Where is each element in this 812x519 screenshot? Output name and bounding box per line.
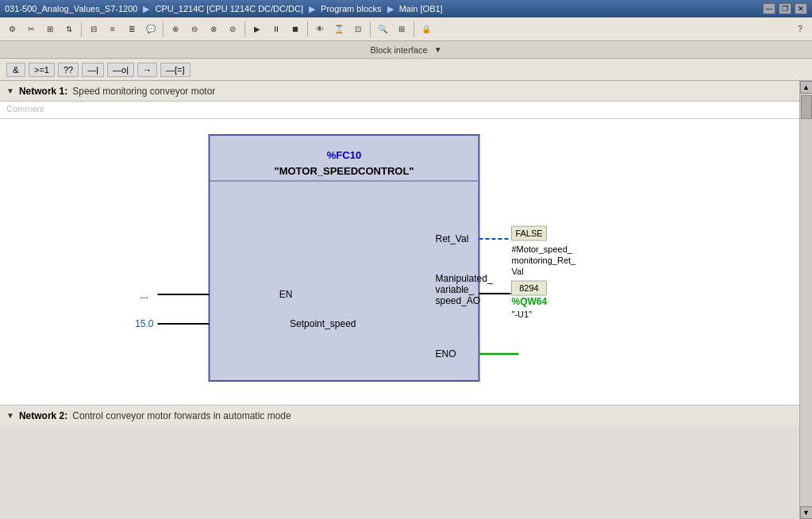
false-badge-text: FALSE xyxy=(515,229,542,238)
toolbar-btn-17[interactable]: ⊞ xyxy=(393,21,410,38)
network1-title: Speed monitoring conveyor motor xyxy=(72,86,215,97)
block-interface-bar: Block interface ▼ xyxy=(0,41,812,59)
logic-btn-nc-contact[interactable]: —o| xyxy=(107,63,134,77)
title-bar: 031-500_Analog_Values_S7-1200 ▶ CPU_1214… xyxy=(0,0,812,17)
breadcrumb-main: Main [OB1] xyxy=(399,4,443,13)
manip-str-text: "-U1" xyxy=(512,309,533,319)
toolbar-btn-7[interactable]: ⊕ xyxy=(167,21,184,38)
toolbar-btn-18[interactable]: 🔒 xyxy=(418,21,435,38)
toolbar-btn-6[interactable]: ≣ xyxy=(123,21,140,38)
comment-placeholder: Comment xyxy=(6,104,44,113)
pin-retval-label: Ret_Val xyxy=(436,233,469,244)
main-content: ▼ Network 1: Speed monitoring conveyor m… xyxy=(0,81,812,519)
block-interface-label: Block interface xyxy=(370,45,427,55)
toolbar-btn-comment[interactable]: 💬 xyxy=(142,21,160,38)
scroll-down-button[interactable]: ▼ xyxy=(800,506,813,519)
project-name: 031-500_Analog_Values_S7-1200 xyxy=(5,4,137,13)
logic-btn-coil[interactable]: —[=] xyxy=(160,63,190,77)
close-button[interactable]: ✕ xyxy=(795,3,807,14)
breadcrumb-cpu: CPU_1214C [CPU 1214C DC/DC/DC] xyxy=(156,4,303,13)
toolbar-separator-4 xyxy=(307,21,308,37)
toolbar-btn-5[interactable]: ⊟ xyxy=(85,21,102,38)
toolbar-btn-16[interactable]: 🔍 xyxy=(374,21,391,38)
toolbar-btn-3[interactable]: ⊞ xyxy=(41,21,59,38)
toolbar-btn-1[interactable]: ⚙ xyxy=(3,21,21,38)
scroll-up-button[interactable]: ▲ xyxy=(800,81,813,94)
retval-var-line3: Val xyxy=(512,267,524,276)
scroll-thumb[interactable] xyxy=(801,95,812,119)
toolbar-separator-3 xyxy=(244,21,245,37)
retval-var-line1: #Motor_speed_ xyxy=(512,244,573,254)
network1-header: ▼ Network 1: Speed monitoring conveyor m… xyxy=(0,81,799,102)
minimize-button[interactable]: — xyxy=(763,3,775,14)
toolbar-btn-4[interactable]: ⇅ xyxy=(60,21,78,38)
network2-label: Network 2: xyxy=(19,410,67,421)
logic-btn-no-contact[interactable]: —| xyxy=(82,63,104,77)
toolbar-separator-2 xyxy=(163,21,164,37)
network-panel: ▼ Network 1: Speed monitoring conveyor m… xyxy=(0,81,799,519)
logic-toolbar: & >=1 ?? —| —o| → —[=] xyxy=(0,59,812,81)
breadcrumb-program-blocks: Program blocks xyxy=(321,4,381,13)
manip-badge-text: 8294 xyxy=(519,283,538,293)
vertical-scrollbar[interactable]: ▲ ▼ xyxy=(799,81,812,519)
pin-eno-label: ENO xyxy=(436,348,456,359)
toolbar-btn-network[interactable]: ≡ xyxy=(104,21,121,38)
toolbar-btn-2[interactable]: ✂ xyxy=(22,21,40,38)
pin-setpoint-label: Setpoint_speed xyxy=(290,318,356,329)
logic-btn-or[interactable]: >=1 xyxy=(29,63,55,77)
toolbar-btn-12[interactable]: ⏸ xyxy=(267,21,285,38)
pin-manip-label-line1: Manipulated_ xyxy=(436,273,493,284)
retval-var-line2: monitoring_Ret_ xyxy=(512,256,577,265)
toolbar-btn-monitor[interactable]: 👁 xyxy=(311,21,329,38)
network2-bar: ▼ Network 2: Control conveyor motor forw… xyxy=(0,405,799,425)
title-bar-text: 031-500_Analog_Values_S7-1200 ▶ CPU_1214… xyxy=(5,4,763,14)
toolbar-btn-13[interactable]: ⏹ xyxy=(287,21,304,38)
network1-collapse-arrow[interactable]: ▼ xyxy=(6,86,14,95)
toolbar-btn-15[interactable]: ⊡ xyxy=(349,21,367,38)
breadcrumb-arrow-3: ▶ xyxy=(387,4,394,13)
toolbar-separator-5 xyxy=(370,21,371,37)
toolbar-separator-1 xyxy=(81,21,82,37)
logic-btn-arrow[interactable]: → xyxy=(137,63,157,77)
logic-btn-fblock[interactable]: ?? xyxy=(58,63,79,77)
fc-address-text: %FC10 xyxy=(327,149,361,161)
diagram-area: %FC10 "MOTOR_SPEEDCONTROL" EN ... Setpoi… xyxy=(0,119,799,405)
pin-manip-label-line3: speed_AO xyxy=(436,295,481,306)
expand-icon[interactable]: ▼ xyxy=(434,45,442,54)
toolbar-btn-8[interactable]: ⊖ xyxy=(186,21,203,38)
network1-label: Network 1: xyxy=(19,86,67,97)
breadcrumb-arrow-2: ▶ xyxy=(309,4,315,13)
toolbar-btn-help[interactable]: ? xyxy=(791,21,809,38)
network2-collapse-arrow[interactable]: ▼ xyxy=(6,411,14,420)
pin-manip-label-line2: variable_ xyxy=(436,284,475,295)
ladder-diagram: %FC10 "MOTOR_SPEEDCONTROL" EN ... Setpoi… xyxy=(0,119,799,405)
toolbar-btn-11[interactable]: ▶ xyxy=(248,21,266,38)
title-bar-controls: — ❐ ✕ xyxy=(763,3,807,14)
manip-addr-text: %QW64 xyxy=(512,296,548,307)
network1-comment[interactable]: Comment xyxy=(0,102,799,119)
restore-button[interactable]: ❐ xyxy=(779,3,791,14)
toolbar-btn-14[interactable]: ⌛ xyxy=(330,21,348,38)
toolbar-separator-6 xyxy=(414,21,414,37)
logic-btn-and[interactable]: & xyxy=(6,63,25,77)
pin-en-label: EN xyxy=(279,289,293,300)
toolbar-btn-9[interactable]: ⊗ xyxy=(205,21,222,38)
setpoint-value: 15.0 xyxy=(135,318,154,329)
en-external-value: ... xyxy=(140,290,148,301)
toolbar-btn-10[interactable]: ⊘ xyxy=(224,21,241,38)
breadcrumb-arrow-1: ▶ xyxy=(143,4,149,13)
main-toolbar: ⚙ ✂ ⊞ ⇅ ⊟ ≡ ≣ 💬 ⊕ ⊖ ⊗ ⊘ ▶ ⏸ ⏹ 👁 ⌛ ⊡ 🔍 ⊞ … xyxy=(0,17,812,41)
network2-title: Control conveyor motor forwards in autom… xyxy=(72,410,291,421)
fc-name-text: "MOTOR_SPEEDCONTROL" xyxy=(274,165,414,177)
